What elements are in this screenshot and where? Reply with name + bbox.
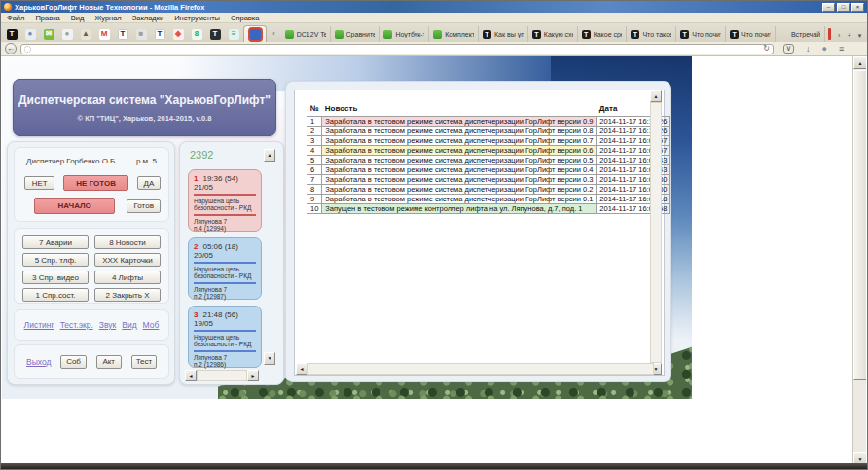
menu-view[interactable]: Вид [71,14,85,22]
alarms-button[interactable]: 7 Аварии [22,235,89,249]
test-button[interactable]: Тест [131,355,157,369]
exit-link[interactable]: Выход [26,357,51,367]
menu-file[interactable]: Файл [7,14,24,22]
scrollbar-track[interactable] [307,363,654,375]
vertical-scrollbar[interactable]: ▲ ▼ [650,90,662,375]
pocket-icon[interactable]: ∨ [783,44,794,54]
listing-link[interactable]: Листинг [24,320,54,330]
menu-tools[interactable]: Инструменты [174,14,220,22]
menu-edit[interactable]: Правка [35,14,59,22]
pinned-tab[interactable]: M [95,26,113,42]
mobile-link[interactable]: Моб [143,320,160,330]
tab[interactable]: Ноутбук-тр [380,26,429,42]
pinned-tab[interactable]: ◆ [169,26,187,42]
pinned-tab[interactable]: T [114,26,131,42]
pinned-tab[interactable]: T [151,26,168,42]
news-row[interactable]: 4 Заработала в тестовом режиме система д… [307,145,670,155]
browser-scrollbar[interactable]: ▲ ▼ [852,56,866,465]
pinned-tab[interactable]: T [3,26,20,42]
hamburger-menu-icon[interactable]: ≡ [839,45,844,54]
globe-icon[interactable]: ● [822,45,827,54]
downloads-icon[interactable]: ↓ [806,45,811,54]
news-row[interactable]: 3 Заработала в тестовом режиме система д… [307,135,670,145]
menu-history[interactable]: Журнал [94,14,121,22]
events-button[interactable]: Соб [60,355,86,369]
status-directory-button[interactable]: 1 Спр.сост. [22,288,89,302]
yes-button[interactable]: ДА [137,176,161,190]
menu-help[interactable]: Справка [231,14,259,22]
horizontal-scrollbar[interactable]: ◄ [296,363,654,375]
horizontal-scrollbar[interactable]: ◄ ► [185,370,259,381]
tab[interactable]: Сравнител [331,26,380,42]
act-button[interactable]: Акт [96,355,122,369]
tab[interactable]: DC12V Tesl [281,26,331,42]
view-link[interactable]: Вид [122,320,136,330]
scrollbar-track[interactable] [197,370,247,381]
scroll-up-button[interactable]: ▲ [264,149,275,162]
news-row[interactable]: 1 Заработала в тестовом режиме система д… [307,116,670,126]
tab[interactable]: Что почита [726,26,776,42]
news-row[interactable]: 8 Заработала в тестовом режиме система д… [307,184,670,194]
alarm-card[interactable]: 119:36 (54) 21/05 Нарушена цепь безопасн… [188,169,262,232]
news-row[interactable]: 5 Заработала в тестовом режиме система д… [307,155,670,164]
pinned-tab[interactable]: ● [58,26,76,42]
news-row[interactable]: 6 Заработала в тестовом режиме система д… [307,164,670,174]
tab-list-button[interactable]: ▾ [854,29,865,42]
scroll-down-button[interactable]: ▼ [264,352,275,365]
close-x-button[interactable]: 2 Закрыть Х [94,288,161,302]
news-row[interactable]: 2 Заработала в тестовом режиме система д… [307,126,670,135]
reload-icon[interactable]: ↻ [763,45,770,53]
new-tab-button[interactable]: + [845,29,855,42]
pinned-tab[interactable]: ▲ [77,26,94,42]
start-button[interactable]: НАЧАЛО [34,198,115,214]
news-row[interactable]: 10 Запущен в тестовом режиме контроллер … [307,203,670,213]
pinned-tab[interactable]: ● [21,26,39,42]
scroll-up-button[interactable]: ▲ [853,56,866,69]
pinned-tab[interactable]: 8 [188,26,205,42]
news-row[interactable]: 9 Заработала в тестовом режиме система д… [307,194,670,203]
alarm-card[interactable]: 321:48 (56) 19/05 Нарушена цепь безопасн… [188,306,262,368]
menu-bookmarks[interactable]: Закладки [132,14,163,22]
scroll-tabs-left-button[interactable]: ‹ [269,27,279,40]
test-screen-link[interactable]: Тест.экр. [60,320,93,330]
pinned-tab[interactable]: ■ [132,26,150,42]
active-tab[interactable]: ■ [243,25,267,42]
url-input[interactable] [31,45,763,54]
not-ready-button[interactable]: НЕ ГОТОВ [63,175,127,191]
scroll-right-button[interactable]: ► [247,370,259,381]
pinned-tab[interactable]: T [206,26,224,42]
tab[interactable]: Встречайте UN [776,26,825,42]
close-button[interactable]: × [851,3,864,12]
back-button[interactable]: ← [5,43,17,54]
maximize-button[interactable]: □ [837,3,850,12]
lifts-button[interactable]: 4 Лифты [94,271,161,284]
tab[interactable]: Что почита [676,26,726,42]
sound-link[interactable]: Звук [99,320,116,330]
scroll-tabs-right-button[interactable]: › [834,29,845,42]
scroll-up-button[interactable]: ▲ [650,90,662,102]
ready-button[interactable]: Готов [127,199,161,213]
tab[interactable]: Что такое Г [627,26,676,42]
scrollbar-track[interactable] [650,102,662,363]
cards-button[interactable]: ХХХ Карточки [94,253,161,267]
minimize-button[interactable]: – [822,3,835,12]
pinned-tab[interactable]: ≡ [225,26,242,42]
scroll-left-button[interactable]: ◄ [296,363,307,375]
tab[interactable]: Какую схе [528,26,578,42]
tab[interactable]: Комплект н [429,26,479,42]
news-button[interactable]: 8 Новости [94,235,161,249]
alarm-panel: 2392 ▲ 119:36 (54) 21/05 Нарушена цепь б… [179,141,284,385]
phone-directory-button[interactable]: 5 Спр. тлф. [22,253,89,267]
tab[interactable]: Как вы упр [479,26,528,42]
scrollbar-track[interactable] [853,69,866,452]
news-num: 3 [307,135,322,145]
actions-panel: 7 Аварии 8 Новости 5 Спр. тлф. ХХХ Карто… [14,228,169,304]
alarm-card[interactable]: 205:06 (18) 20/05 Нарушена цепь безопасн… [188,237,262,300]
news-row[interactable]: 7 Заработала в тестовом режиме система д… [307,174,670,184]
no-button[interactable]: НЕТ [24,176,54,190]
scrollbar-thumb[interactable] [853,70,866,380]
video-directory-button[interactable]: 3 Спр. видео [22,271,89,284]
tab[interactable]: Какое сред [578,26,628,42]
pinned-tab[interactable]: ✉ [40,26,57,42]
scroll-left-button[interactable]: ◄ [185,370,197,381]
